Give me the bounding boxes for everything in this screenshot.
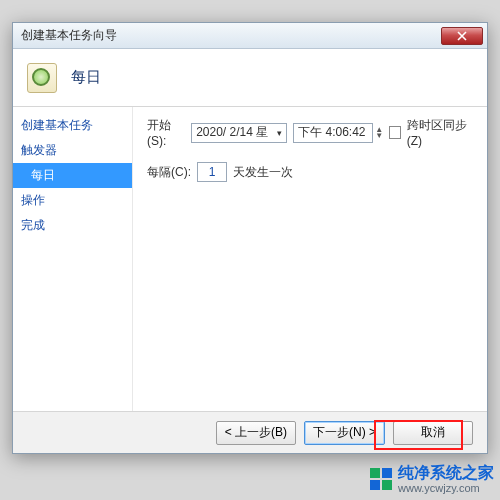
- tz-sync-checkbox[interactable]: [389, 126, 401, 139]
- close-button[interactable]: [441, 27, 483, 45]
- start-label: 开始(S):: [147, 117, 185, 148]
- titlebar: 创建基本任务向导: [13, 23, 487, 49]
- wizard-content: 开始(S): 2020/ 2/14 星 ▾ 下午 4:06:42 ▲▼ 跨时区同…: [133, 107, 487, 411]
- sidebar-item-create[interactable]: 创建基本任务: [13, 113, 132, 138]
- interval-value: 1: [209, 165, 216, 179]
- interval-row: 每隔(C): 1 天发生一次: [147, 162, 473, 182]
- watermark: 纯净系统之家 www.ycwjzy.com: [370, 463, 494, 494]
- wizard-window: 创建基本任务向导 每日 创建基本任务 触发器 每日 操作 完成 开始(S): 2…: [12, 22, 488, 454]
- wizard-footer: < 上一步(B) 下一步(N) > 取消: [13, 411, 487, 453]
- interval-label: 每隔(C):: [147, 164, 191, 181]
- interval-field[interactable]: 1: [197, 162, 227, 182]
- sidebar-item-finish[interactable]: 完成: [13, 213, 132, 238]
- wizard-body: 创建基本任务 触发器 每日 操作 完成 开始(S): 2020/ 2/14 星 …: [13, 107, 487, 411]
- wizard-icon: [27, 63, 57, 93]
- sidebar-item-trigger[interactable]: 触发器: [13, 138, 132, 163]
- tz-sync-label: 跨时区同步(Z): [407, 117, 473, 148]
- start-row: 开始(S): 2020/ 2/14 星 ▾ 下午 4:06:42 ▲▼ 跨时区同…: [147, 117, 473, 148]
- cancel-button[interactable]: 取消: [393, 421, 473, 445]
- start-date-field[interactable]: 2020/ 2/14 星 ▾: [191, 123, 287, 143]
- back-button[interactable]: < 上一步(B): [216, 421, 296, 445]
- interval-suffix: 天发生一次: [233, 164, 293, 181]
- sidebar-item-daily[interactable]: 每日: [13, 163, 132, 188]
- window-title: 创建基本任务向导: [21, 27, 441, 44]
- watermark-url: www.ycwjzy.com: [398, 482, 494, 494]
- start-date-value: 2020/ 2/14 星: [196, 124, 268, 141]
- wizard-sidebar: 创建基本任务 触发器 每日 操作 完成: [13, 107, 133, 411]
- time-spinner[interactable]: ▲▼: [375, 127, 383, 139]
- start-time-field[interactable]: 下午 4:06:42: [293, 123, 373, 143]
- watermark-logo-icon: [370, 468, 392, 490]
- calendar-dropdown-icon[interactable]: ▾: [277, 128, 282, 138]
- sidebar-item-action[interactable]: 操作: [13, 188, 132, 213]
- wizard-header: 每日: [13, 49, 487, 107]
- next-button[interactable]: 下一步(N) >: [304, 421, 385, 445]
- wizard-header-title: 每日: [71, 68, 101, 87]
- start-time-value: 下午 4:06:42: [298, 124, 365, 141]
- watermark-title: 纯净系统之家: [398, 464, 494, 481]
